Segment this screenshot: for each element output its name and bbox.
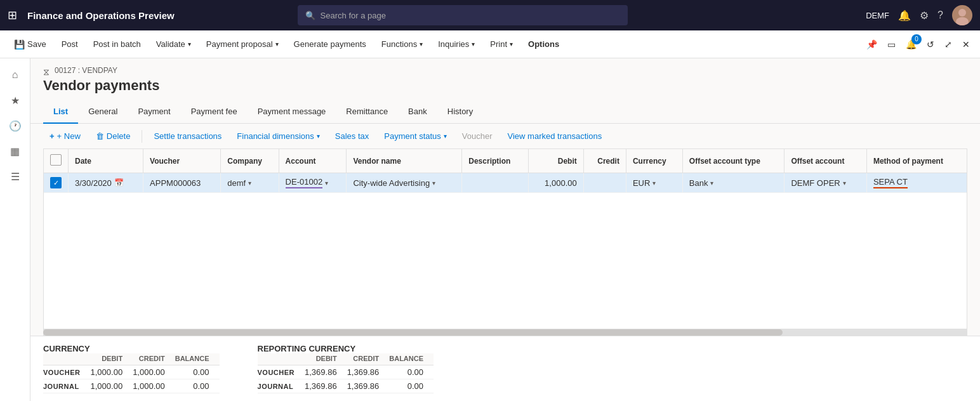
notification-icon[interactable]: 🔔 [898, 10, 911, 22]
method-of-payment-cell: SEPA CT [866, 173, 967, 193]
sidebar-item-workspaces[interactable]: ▦ [4, 140, 27, 162]
functions-button[interactable]: Functions ▾ [375, 37, 429, 51]
offset-account-type-cell: Bank ▾ [682, 173, 785, 193]
refresh-icon[interactable]: ↺ [924, 37, 937, 52]
reporting-row-credit: 1,369.86 [347, 365, 390, 379]
filter-icon[interactable]: ⧖ [43, 67, 50, 77]
offset-account-header[interactable]: Offset account [785, 149, 867, 173]
payment-proposal-button[interactable]: Payment proposal ▾ [200, 37, 285, 51]
tab-payment-fee[interactable]: Payment fee [181, 100, 248, 124]
check-cell[interactable]: ✓ [44, 173, 69, 193]
calendar-icon[interactable]: 📅 [114, 178, 124, 187]
save-icon: 💾 [14, 39, 25, 49]
top-bar-right: DEMF 🔔 ⚙ ? [866, 5, 972, 25]
date-header[interactable]: Date [69, 149, 143, 173]
sidebar-item-home[interactable]: ⌂ [4, 63, 27, 86]
payment-proposal-chevron-icon: ▾ [275, 41, 279, 48]
method-of-payment-header[interactable]: Method of payment [866, 149, 967, 173]
delete-button[interactable]: 🗑 Delete [89, 129, 137, 143]
payment-status-chevron-icon: ▾ [444, 133, 447, 140]
offset-account-dropdown-icon[interactable]: ▾ [843, 180, 846, 187]
validate-chevron-icon: ▾ [188, 41, 191, 48]
financial-dimensions-button[interactable]: Financial dimensions ▾ [230, 129, 326, 143]
reporting-row-credit: 1,369.86 [347, 379, 390, 393]
debit-header[interactable]: Debit [529, 149, 583, 173]
reporting-row-label: VOUCHER [258, 365, 305, 379]
table-row[interactable]: ✓ 3/30/2020 📅 APPM000063 demf ▾ DE-01002… [44, 173, 967, 193]
tab-history[interactable]: History [437, 100, 483, 124]
description-cell[interactable] [462, 173, 529, 193]
new-plus-icon: + [50, 131, 55, 141]
settle-transactions-button[interactable]: Settle transactions [147, 129, 228, 143]
vendor-name-header[interactable]: Vendor name [347, 149, 462, 173]
company-dropdown-icon[interactable]: ▾ [248, 180, 251, 187]
credit-header[interactable]: Credit [583, 149, 626, 173]
voucher-button: Voucher [456, 129, 499, 143]
search-input[interactable] [321, 11, 620, 20]
offset-account-type-header[interactable]: Offset account type [682, 149, 785, 173]
options-button[interactable]: Options [522, 37, 566, 51]
voucher-header[interactable]: Voucher [143, 149, 221, 173]
print-chevron-icon: ▾ [510, 41, 513, 48]
post-button[interactable]: Post [55, 37, 84, 51]
new-button[interactable]: + + New [43, 129, 87, 143]
inquiries-button[interactable]: Inquiries ▾ [432, 37, 481, 51]
tab-payment-message[interactable]: Payment message [248, 100, 336, 124]
vendor-dropdown-icon[interactable]: ▾ [432, 180, 435, 187]
validate-button[interactable]: Validate ▾ [150, 37, 197, 51]
currency-dropdown-icon[interactable]: ▾ [652, 180, 656, 187]
reporting-section: REPORTING CURRENCY DEBIT CREDIT BALANCE … [258, 344, 434, 393]
search-bar[interactable]: 🔍 [298, 5, 628, 25]
account-dropdown-icon[interactable]: ▾ [325, 180, 328, 187]
reporting-debit-header: DEBIT [305, 353, 347, 365]
tabs: List General Payment Payment fee Payment… [30, 100, 980, 124]
view-marked-transactions-button[interactable]: View marked transactions [501, 129, 609, 143]
select-all-header[interactable] [44, 149, 69, 173]
top-bar: ⊞ Finance and Operations Preview 🔍 DEMF … [0, 0, 980, 30]
currency-header[interactable]: Currency [626, 149, 682, 173]
grid-toolbar: + + New 🗑 Delete Settle transactions Fin… [30, 124, 980, 148]
offset-account-cell: DEMF OPER ▾ [785, 173, 867, 193]
currency-row-credit: 1,000.00 [133, 365, 175, 379]
post-in-batch-button[interactable]: Post in batch [87, 37, 147, 51]
avatar[interactable] [952, 5, 972, 25]
help-icon[interactable]: ? [937, 10, 943, 21]
print-button[interactable]: Print ▾ [484, 37, 519, 51]
account-header[interactable]: Account [279, 149, 347, 173]
svg-point-0 [958, 9, 966, 16]
delete-icon: 🗑 [96, 131, 104, 141]
sidebar-item-recent[interactable]: 🕐 [4, 114, 27, 137]
tab-payment[interactable]: Payment [128, 100, 180, 124]
offset-type-dropdown-icon[interactable]: ▾ [710, 180, 713, 187]
save-button[interactable]: 💾 Save [8, 37, 53, 52]
functions-chevron-icon: ▾ [420, 41, 423, 48]
close-icon[interactable]: ✕ [960, 37, 972, 52]
open-in-new-icon[interactable]: ⤢ [942, 37, 955, 52]
panel-icon[interactable]: ▭ [885, 37, 898, 52]
payment-status-button[interactable]: Payment status ▾ [378, 129, 453, 143]
action-bar-right: 📌 ▭ 🔔 0 ↺ ⤢ ✕ [864, 37, 972, 52]
sidebar-item-favorites[interactable]: ★ [4, 89, 27, 112]
data-grid[interactable]: Date Voucher Company Account Vendor name… [43, 148, 967, 329]
sidebar-item-modules[interactable]: ☰ [4, 165, 27, 188]
tab-bank[interactable]: Bank [398, 100, 437, 124]
settings-icon[interactable]: ⚙ [920, 10, 929, 22]
tab-general[interactable]: General [78, 100, 128, 124]
currency-table: DEBIT CREDIT BALANCE VOUCHER 1,000.00 1,… [43, 353, 220, 393]
debit-cell: 1,000.00 [529, 173, 583, 193]
sales-tax-button[interactable]: Sales tax [329, 129, 375, 143]
page-header: ⧖ 00127 : VENDPAY Vendor payments [30, 58, 980, 100]
pin-icon[interactable]: 📌 [864, 37, 880, 52]
summary-sections: CURRENCY DEBIT CREDIT BALANCE VOUCHER 1,… [43, 344, 967, 393]
generate-payments-button[interactable]: Generate payments [288, 37, 373, 51]
grid-menu-icon[interactable]: ⊞ [8, 8, 17, 22]
tab-remittance[interactable]: Remittance [336, 100, 398, 124]
company-header[interactable]: Company [221, 149, 279, 173]
tab-list[interactable]: List [43, 100, 78, 124]
voucher-cell: APPM000063 [143, 173, 221, 193]
app-title: Finance and Operations Preview [27, 10, 175, 21]
company-cell: demf ▾ [221, 173, 279, 193]
description-header[interactable]: Description [462, 149, 529, 173]
horizontal-scrollbar[interactable] [43, 329, 967, 336]
svg-point-1 [956, 17, 969, 25]
